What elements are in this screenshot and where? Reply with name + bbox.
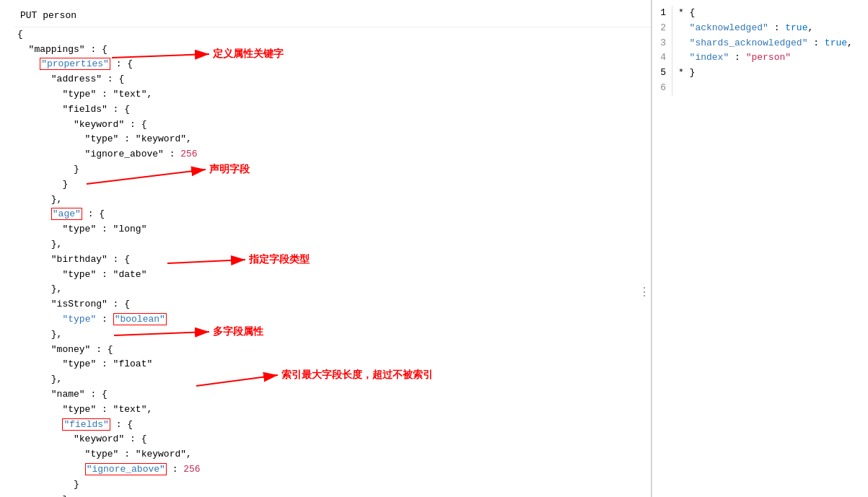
right-code-text: * { bbox=[678, 6, 695, 21]
right-code-text: * } bbox=[678, 66, 695, 81]
right-code-text: "index" : "person" bbox=[678, 50, 791, 66]
code-line: "name" : { bbox=[14, 387, 651, 403]
line-number: 5 bbox=[652, 66, 672, 81]
code-line: "type" : "keyword", bbox=[14, 132, 651, 147]
code-line: "age" : { bbox=[14, 207, 651, 222]
code-line: } bbox=[14, 478, 651, 493]
right-line: 3 "shards_acknowledged" : true, bbox=[652, 36, 868, 51]
code-line: "mappings" : { bbox=[14, 43, 651, 58]
right-line: 5* } bbox=[652, 66, 868, 81]
code-line: } bbox=[14, 162, 651, 177]
code-line: { bbox=[14, 27, 651, 43]
code-line: "type" : "date" bbox=[14, 268, 651, 283]
code-line: }, bbox=[14, 327, 651, 343]
code-line: "birthday" : { bbox=[14, 252, 651, 268]
dots-indicator: ⋮ bbox=[639, 285, 650, 299]
code-line: "type" : "float" bbox=[14, 357, 651, 372]
put-header: PUT person bbox=[14, 6, 651, 27]
code-line: "type" : "keyword", bbox=[14, 447, 651, 462]
line-number: 4 bbox=[652, 50, 672, 66]
left-code-panel: PUT person { "mappings" : { "properties"… bbox=[0, 0, 652, 497]
line-number: 6 bbox=[652, 81, 672, 96]
code-line: "type" : "text", bbox=[14, 403, 651, 418]
code-line: "fields" : { bbox=[14, 102, 651, 118]
right-line: 2 "acknowledged" : true, bbox=[652, 21, 868, 36]
line-number: 1 bbox=[652, 6, 672, 21]
code-line: "fields" : { bbox=[14, 418, 651, 433]
code-line: "isStrong" : { bbox=[14, 297, 651, 312]
right-code-text: "shards_acknowledged" : true, bbox=[678, 36, 853, 51]
code-line: "ignore_above" : 256 bbox=[14, 462, 651, 478]
code-line: "type" : "text", bbox=[14, 87, 651, 102]
line-number: 2 bbox=[652, 21, 672, 36]
right-lines: 1* {2 "acknowledged" : true,3 "shards_ac… bbox=[652, 0, 868, 102]
code-line: } bbox=[14, 493, 651, 498]
code-line: }, bbox=[14, 282, 651, 297]
right-code-panel: 1* {2 "acknowledged" : true,3 "shards_ac… bbox=[652, 0, 868, 497]
code-line: }, bbox=[14, 372, 651, 387]
right-line: 1* { bbox=[652, 6, 868, 21]
code-line: }, bbox=[14, 193, 651, 208]
code-line: "money" : { bbox=[14, 343, 651, 358]
code-lines: { "mappings" : { "properties" : { "addre… bbox=[14, 27, 651, 497]
code-line: "ignore_above" : 256 bbox=[14, 147, 651, 162]
code-area: PUT person { "mappings" : { "properties"… bbox=[0, 0, 651, 497]
code-line: "address" : { bbox=[14, 72, 651, 87]
right-code-text: "acknowledged" : true, bbox=[678, 21, 813, 36]
code-line: "type" : "long" bbox=[14, 222, 651, 237]
right-line: 6 bbox=[652, 81, 868, 96]
line-number: 3 bbox=[652, 36, 672, 51]
code-line: } bbox=[14, 177, 651, 193]
code-line: "properties" : { bbox=[14, 57, 651, 72]
code-line: "keyword" : { bbox=[14, 432, 651, 447]
code-line: }, bbox=[14, 237, 651, 252]
code-line: "keyword" : { bbox=[14, 118, 651, 133]
right-line: 4 "index" : "person" bbox=[652, 50, 868, 66]
code-line: "type" : "boolean" bbox=[14, 312, 651, 327]
